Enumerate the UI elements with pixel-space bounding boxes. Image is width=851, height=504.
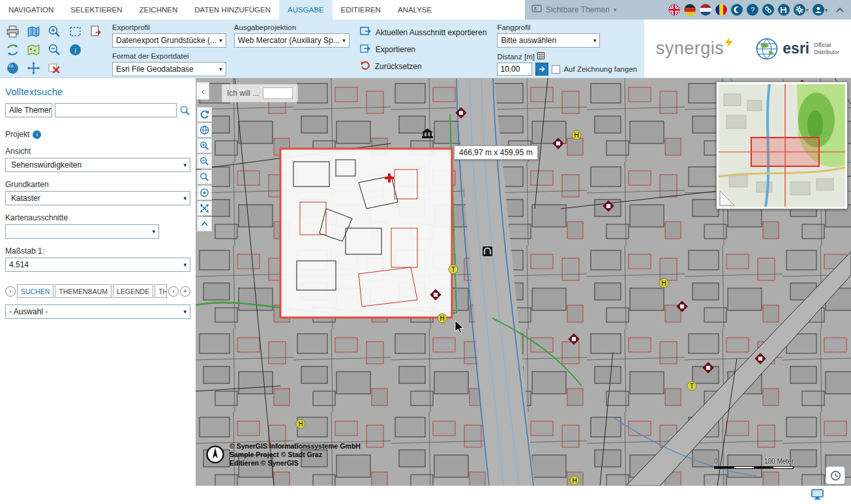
- projection-group: Ausgabeprojektion Web Mercator (Auxiliar…: [234, 20, 350, 78]
- map-canvas[interactable]: HTHHHTH ‹ Ich will ... 466,97 m x 459,95…: [196, 78, 851, 486]
- globe-sphere-icon[interactable]: [3, 59, 23, 77]
- view-select[interactable]: Sehenswürdigkeiten ▾: [5, 158, 190, 172]
- time-slider-button[interactable]: [826, 466, 845, 484]
- export-current-extent-button[interactable]: Aktuellen Ausschnitt exportieren: [360, 25, 487, 39]
- menu-analyse[interactable]: ANALYSE: [389, 0, 440, 20]
- map-marker-poi[interactable]: H: [438, 314, 447, 323]
- search-scope-select[interactable]: Alle Themen ▾: [5, 103, 52, 117]
- extents-select[interactable]: ▾: [5, 224, 159, 239]
- tabs-scroll-right-icon[interactable]: ›: [168, 286, 179, 297]
- chevron-down-icon: ▾: [183, 195, 187, 201]
- zoom-out-icon[interactable]: [44, 41, 65, 59]
- chevron-down-icon: ▾: [219, 66, 222, 72]
- basemap-select[interactable]: Kataster ▾: [5, 191, 190, 205]
- flag-ro-icon[interactable]: [715, 4, 727, 16]
- scalebar-end-label: 100 Meter: [764, 458, 794, 465]
- delete-selection-icon[interactable]: [44, 59, 65, 77]
- map-marker-poi[interactable]: H: [572, 130, 582, 140]
- ich-will-label: Ich will ...: [227, 89, 259, 98]
- zoom-extent-icon[interactable]: [197, 201, 212, 216]
- save-icon[interactable]: [778, 4, 790, 16]
- snap-drawing-checkbox[interactable]: [552, 65, 560, 74]
- settings-menu[interactable]: ▾: [794, 4, 809, 16]
- tab-themenbaum[interactable]: THEMENBAUM: [55, 284, 112, 298]
- map-tool-grid: i: [0, 20, 108, 78]
- search-icon[interactable]: [179, 104, 190, 117]
- map-marker-poi[interactable]: H: [659, 278, 669, 288]
- map-marker-poi[interactable]: T: [449, 265, 458, 274]
- layers-map-icon[interactable]: [23, 23, 44, 40]
- collapse-up-icon[interactable]: [197, 216, 212, 231]
- map-marker-poi[interactable]: H: [296, 419, 306, 429]
- swap-arrows-icon[interactable]: [3, 41, 23, 59]
- tab-themen-truncated[interactable]: THE: [155, 284, 167, 298]
- reset-undo-icon: [360, 61, 370, 72]
- project-info-icon[interactable]: i: [33, 130, 41, 139]
- info-icon[interactable]: i: [65, 41, 85, 59]
- zoom-window-icon[interactable]: [197, 170, 212, 185]
- snap-profile-select[interactable]: Bitte auswählen ▾: [497, 33, 600, 48]
- full-extent-globe-icon[interactable]: [197, 123, 212, 138]
- menu-zeichnen[interactable]: ZEICHNEN: [130, 0, 186, 20]
- export-map-icon[interactable]: [86, 23, 106, 40]
- export-format-select[interactable]: Esri File Geodatabase ▾: [112, 62, 226, 76]
- ich-will-input[interactable]: [263, 87, 293, 99]
- sidebar-collapse-button[interactable]: ‹: [196, 82, 209, 100]
- selection-select[interactable]: - Auswahl - ▾: [5, 304, 190, 319]
- fulltext-search-row: Alle Themen ▾: [5, 103, 190, 117]
- tabs-add-icon[interactable]: +: [180, 286, 190, 297]
- zoom-in-icon[interactable]: [197, 138, 212, 153]
- map-marker-poi[interactable]: H: [570, 476, 580, 486]
- flag-nl-icon[interactable]: [700, 4, 711, 16]
- export-button[interactable]: Exportieren: [360, 42, 487, 56]
- collapse-toolbar-icon[interactable]: [835, 7, 844, 13]
- grid-icon: [537, 52, 545, 61]
- overview-map[interactable]: [716, 82, 848, 209]
- user-menu[interactable]: ▾: [813, 4, 828, 16]
- menu-editieren[interactable]: EDITIEREN: [333, 0, 389, 20]
- view-label: Ansicht: [5, 147, 190, 156]
- distance-label-row: Distanz [m]: [497, 52, 644, 61]
- visible-themes-dropdown[interactable]: Sichtbare Themen ▾: [531, 5, 616, 16]
- output-projection-select[interactable]: Web Mercator (Auxiliary Sp... ▾: [234, 33, 350, 48]
- main-area: Volltextsuche Alle Themen ▾ Projekt i An…: [0, 78, 851, 486]
- link-icon[interactable]: [762, 4, 774, 16]
- topbar-right-section: Sichtbare Themen ▾ ?: [525, 0, 851, 20]
- display-icon[interactable]: [811, 489, 824, 502]
- synergis-wordmark: synergis: [656, 38, 724, 59]
- north-arrow-icon: [206, 445, 224, 464]
- menu-ausgabe[interactable]: AUSGABE: [279, 0, 333, 20]
- tab-legende[interactable]: LEGENDE: [113, 284, 153, 298]
- map-marker-poi[interactable]: T: [687, 381, 697, 391]
- help-icon[interactable]: ?: [747, 4, 758, 16]
- distance-input[interactable]: [497, 63, 532, 76]
- snap-profile-value: Bitte auswählen: [501, 36, 556, 45]
- reset-button[interactable]: Zurücksetzen: [360, 59, 487, 73]
- menu-navigation[interactable]: NAVIGATION: [0, 0, 62, 20]
- center-map-icon[interactable]: [197, 185, 212, 200]
- export-profile-value: Datenexport Grundstücke (...: [116, 36, 216, 45]
- apply-distance-button[interactable]: [535, 63, 548, 76]
- select-rectangle-icon[interactable]: [65, 23, 85, 40]
- chevron-down-icon: ▾: [825, 7, 828, 13]
- export-label: Exportieren: [376, 45, 415, 54]
- menu-selektieren[interactable]: SELEKTIEREN: [62, 0, 130, 20]
- tabs-scroll-left-icon[interactable]: ‹: [5, 286, 16, 297]
- pan-icon[interactable]: [23, 59, 44, 77]
- scale-select[interactable]: 4.514 ▾: [5, 258, 190, 272]
- flag-de-icon[interactable]: [684, 4, 696, 16]
- flag-uk-icon[interactable]: [668, 4, 680, 16]
- ich-will-widget[interactable]: Ich will ...: [222, 84, 298, 102]
- footer-bar: [0, 486, 851, 504]
- zoom-out-icon[interactable]: [197, 154, 212, 169]
- refresh-icon[interactable]: [197, 107, 212, 122]
- zoom-in-icon[interactable]: [44, 23, 65, 40]
- export-profile-select[interactable]: Datenexport Grundstücke (... ▾: [112, 33, 226, 48]
- map-sheet-icon[interactable]: [23, 41, 44, 59]
- language-globe-icon[interactable]: [731, 4, 743, 16]
- map-toolbar: [197, 107, 212, 231]
- menu-daten-hinzufuegen[interactable]: DATEN HINZUFÜGEN: [186, 0, 279, 20]
- print-icon[interactable]: [3, 23, 23, 40]
- tab-suchen[interactable]: SUCHEN: [17, 284, 53, 298]
- fulltext-search-input[interactable]: [55, 103, 177, 117]
